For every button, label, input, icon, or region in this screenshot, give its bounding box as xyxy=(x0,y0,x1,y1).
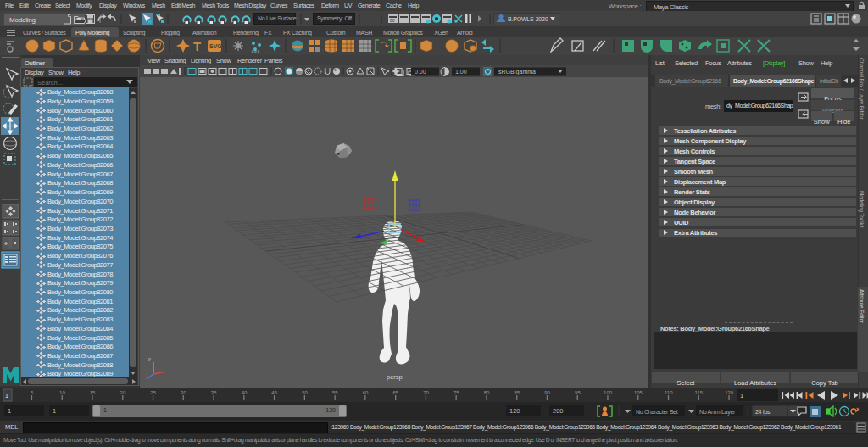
svg-text:SVG: SVG xyxy=(209,43,222,49)
svg-text:Shading: Shading xyxy=(164,57,186,64)
svg-text:100: 100 xyxy=(604,390,613,395)
svg-text:25: 25 xyxy=(150,390,156,395)
svg-text:75: 75 xyxy=(453,390,459,395)
svg-text:60: 60 xyxy=(363,390,369,395)
svg-text:10: 10 xyxy=(59,390,65,395)
svg-text:Panels: Panels xyxy=(264,57,283,64)
svg-text:85: 85 xyxy=(515,390,520,395)
svg-text:15: 15 xyxy=(90,390,96,395)
svg-text:View: View xyxy=(147,57,161,64)
svg-text:65: 65 xyxy=(392,390,398,395)
svg-text:24 fps: 24 fps xyxy=(755,409,771,416)
svg-text:70: 70 xyxy=(423,390,429,395)
svg-text:T: T xyxy=(193,39,201,53)
svg-text:Lighting: Lighting xyxy=(191,57,211,64)
svg-text:y: y xyxy=(148,356,151,361)
svg-text:0 0 0: 0 0 0 xyxy=(252,49,260,53)
svg-text:115: 115 xyxy=(695,390,704,395)
svg-text:55: 55 xyxy=(332,390,338,395)
svg-text:Renderer: Renderer xyxy=(237,57,263,64)
svg-text:80: 80 xyxy=(484,390,490,395)
svg-text:sRGB gamma: sRGB gamma xyxy=(498,69,536,75)
svg-text:110: 110 xyxy=(665,390,673,395)
svg-text:20: 20 xyxy=(120,390,126,395)
svg-text:50: 50 xyxy=(302,390,308,395)
svg-text:Show: Show xyxy=(216,57,231,64)
svg-text:00: 00 xyxy=(390,18,395,23)
svg-text:1: 1 xyxy=(5,393,8,399)
svg-text:No Anim Layer: No Anim Layer xyxy=(699,409,736,416)
svg-text:120: 120 xyxy=(725,390,734,395)
svg-text:30: 30 xyxy=(181,390,186,395)
svg-text:45: 45 xyxy=(271,390,277,395)
svg-text:105: 105 xyxy=(634,390,643,395)
svg-text:40: 40 xyxy=(242,390,248,395)
svg-text:persp: persp xyxy=(387,373,403,381)
svg-text:95: 95 xyxy=(575,390,581,395)
svg-text:1.00: 1.00 xyxy=(455,69,467,75)
svg-text:90: 90 xyxy=(544,390,550,395)
svg-text:0.00: 0.00 xyxy=(415,69,426,75)
svg-text:35: 35 xyxy=(211,390,217,395)
svg-text:5: 5 xyxy=(31,390,34,395)
svg-text:No Character Set: No Character Set xyxy=(636,409,678,415)
